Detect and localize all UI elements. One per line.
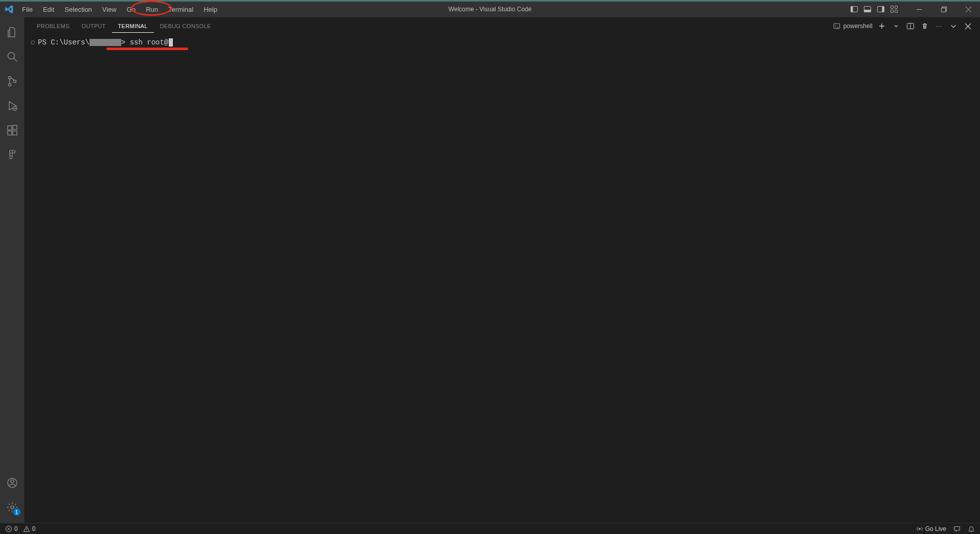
status-errors-count: 0: [14, 525, 18, 532]
status-warnings[interactable]: 0: [23, 525, 36, 532]
svg-point-22: [11, 480, 14, 483]
svg-rect-9: [895, 10, 898, 13]
activity-settings-icon[interactable]: 1: [0, 495, 25, 520]
svg-rect-5: [882, 7, 884, 12]
terminal-prompt-suffix: >: [121, 38, 130, 47]
terminal-command-decoration-icon[interactable]: [31, 40, 35, 44]
status-go-live[interactable]: Go Live: [916, 525, 946, 532]
activity-search-icon[interactable]: [0, 44, 25, 69]
hide-panel-button[interactable]: [948, 21, 959, 31]
terminal-command-text: ssh root@: [130, 38, 169, 47]
svg-rect-11: [941, 8, 945, 12]
customize-layout-icon[interactable]: [888, 4, 900, 15]
terminal-shell-name: powershell: [843, 23, 873, 30]
menu-selection[interactable]: Selection: [60, 4, 96, 15]
activity-explorer-icon[interactable]: [0, 20, 25, 44]
panel-tab-problems[interactable]: PROBLEMS: [31, 20, 76, 32]
terminal-prompt-prefix: PS C:\Users\: [38, 38, 90, 47]
svg-rect-17: [8, 126, 12, 130]
menu-file[interactable]: File: [17, 4, 37, 15]
svg-point-27: [919, 528, 921, 530]
window-minimize-button[interactable]: [907, 2, 931, 17]
status-errors[interactable]: 0: [5, 525, 18, 532]
panel-tab-bar: PROBLEMS OUTPUT TERMINAL DEBUG CONSOLE p…: [25, 17, 980, 35]
status-bar: 0 0 Go Live: [0, 523, 980, 534]
svg-rect-1: [851, 7, 853, 12]
workspace: 1 PROBLEMS OUTPUT TERMINAL DEBUG CONSOLE…: [0, 17, 980, 523]
svg-point-12: [8, 53, 14, 59]
svg-rect-19: [13, 131, 17, 135]
settings-update-badge: 1: [13, 508, 20, 516]
layout-toggle-secondary-sidebar-icon[interactable]: [875, 4, 886, 15]
main-menu: File Edit Selection View Go Run Terminal…: [17, 4, 222, 15]
titlebar-right: [848, 2, 980, 17]
activity-extensions-icon[interactable]: [0, 118, 25, 143]
activity-run-debug-icon[interactable]: [0, 94, 25, 118]
split-terminal-button[interactable]: [905, 21, 916, 31]
vscode-logo-icon: [3, 3, 15, 15]
status-bell-icon[interactable]: [968, 525, 975, 532]
svg-rect-8: [891, 10, 894, 13]
layout-toggle-panel-icon[interactable]: [862, 4, 873, 15]
titlebar: File Edit Selection View Go Run Terminal…: [0, 2, 980, 17]
window-restore-button[interactable]: [932, 2, 955, 17]
terminal-shell-selector[interactable]: powershell: [833, 23, 873, 30]
svg-rect-6: [891, 6, 894, 9]
terminal-cursor: [169, 38, 173, 47]
menu-terminal[interactable]: Terminal: [164, 4, 198, 15]
menu-view[interactable]: View: [98, 4, 121, 15]
new-terminal-dropdown-icon[interactable]: [891, 21, 901, 31]
layout-toggle-primary-sidebar-icon[interactable]: [849, 4, 860, 15]
annotation-underline: [106, 48, 188, 50]
svg-rect-18: [8, 131, 12, 135]
menu-help[interactable]: Help: [199, 4, 222, 15]
window-title: Welcome - Visual Studio Code: [449, 6, 531, 13]
panel-tab-terminal[interactable]: TERMINAL: [112, 20, 154, 33]
svg-rect-7: [895, 6, 898, 9]
menu-go[interactable]: Go: [122, 4, 140, 15]
svg-point-13: [8, 77, 11, 79]
status-feedback-icon[interactable]: [953, 525, 961, 532]
redacted-username: [90, 39, 121, 46]
status-warnings-count: 0: [32, 525, 36, 532]
svg-rect-3: [864, 10, 871, 12]
activity-figma-icon[interactable]: [0, 143, 25, 167]
menu-edit[interactable]: Edit: [38, 4, 59, 15]
panel: PROBLEMS OUTPUT TERMINAL DEBUG CONSOLE p…: [25, 17, 980, 523]
terminal-body[interactable]: PS C:\Users\> ssh root@: [25, 35, 980, 523]
panel-toolbar: powershell ···: [833, 21, 980, 31]
panel-tab-debug-console[interactable]: DEBUG CONSOLE: [154, 20, 217, 32]
svg-rect-24: [834, 24, 839, 29]
menu-run[interactable]: Run: [141, 4, 163, 15]
window-close-button[interactable]: [956, 2, 980, 17]
close-panel-button[interactable]: [963, 21, 973, 31]
new-terminal-button[interactable]: [877, 21, 887, 31]
status-go-live-label: Go Live: [925, 525, 946, 532]
activity-bar: 1: [0, 17, 25, 523]
terminal-line: PS C:\Users\> ssh root@: [31, 38, 975, 47]
activity-account-icon[interactable]: [0, 471, 25, 495]
panel-tab-output[interactable]: OUTPUT: [76, 20, 112, 32]
svg-point-23: [11, 506, 14, 509]
svg-point-14: [8, 84, 11, 86]
more-actions-button[interactable]: ···: [934, 21, 944, 31]
kill-terminal-button[interactable]: [920, 21, 930, 31]
svg-rect-20: [13, 125, 17, 129]
activity-source-control-icon[interactable]: [0, 69, 25, 94]
